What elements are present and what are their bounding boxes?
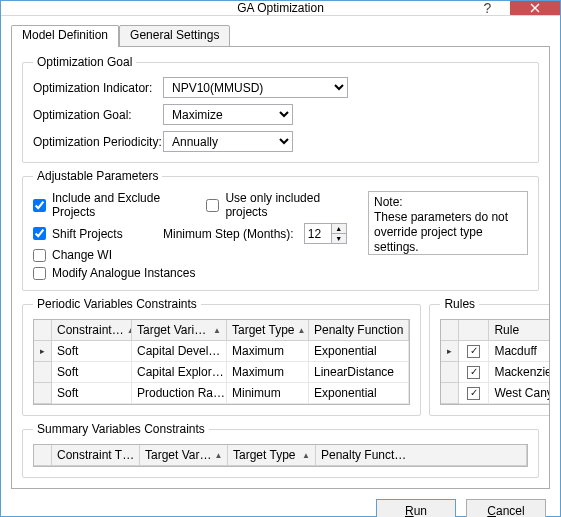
legend-svc: Summary Variables Constraints — [33, 422, 209, 436]
pvc-header-target-type[interactable]: Target Type▲ — [227, 320, 309, 341]
rules-corner — [441, 320, 459, 341]
checkbox-shift-projects[interactable]: Shift Projects — [33, 227, 153, 241]
svc-header-target-type[interactable]: Target Type▲ — [228, 445, 316, 466]
table-row[interactable]: SoftProduction Ra…MinimumExponential — [34, 383, 409, 404]
legend-pvc: Periodic Variables Constraints — [33, 297, 201, 311]
label-optimization-indicator: Optimization Indicator: — [33, 81, 163, 95]
table-row[interactable]: ▸✓Macduff — [441, 341, 550, 362]
cell-target-type[interactable]: Minimum — [227, 383, 309, 404]
group-periodic-variables-constraints: Periodic Variables Constraints Constrain… — [22, 297, 421, 416]
dialog-footer: Run Cancel — [11, 489, 550, 517]
grid-rules[interactable]: Rule▲ ▸✓Macduff✓Mackenzie✓West Canyon — [440, 319, 550, 405]
label-use-only-included: Use only included projects — [225, 191, 356, 219]
checkbox-change-wi[interactable]: Change WI — [33, 248, 112, 262]
table-row[interactable]: ✓West Canyon — [441, 383, 550, 404]
row-indicator — [441, 362, 459, 383]
note-box: Note: These parameters do not override p… — [368, 191, 528, 255]
group-rules: Rules Rule▲ ▸✓Macduff✓Mackenzie✓West Can… — [429, 297, 550, 416]
table-row[interactable]: SoftCapital Explor…MaximumLinearDistance — [34, 362, 409, 383]
select-optimization-indicator[interactable]: NPV10(MMUSD) — [163, 77, 348, 98]
sort-icon: ▲ — [213, 326, 221, 335]
row-indicator: ▸ — [441, 341, 459, 362]
table-row[interactable]: ▸SoftCapital Devel…MaximumExponential — [34, 341, 409, 362]
note-title: Note: — [374, 195, 522, 210]
label-change-wi: Change WI — [52, 248, 112, 262]
sort-icon: ▲ — [214, 451, 222, 460]
cell-constraint[interactable]: Soft — [52, 341, 132, 362]
check-icon: ✓ — [467, 345, 480, 358]
tab-model-definition[interactable]: Model Definition — [11, 25, 119, 47]
cell-constraint[interactable]: Soft — [52, 383, 132, 404]
cell-penalty[interactable]: LinearDistance — [309, 362, 409, 383]
label-modify-analogue: Modify Analogue Instances — [52, 266, 195, 280]
svc-header-constraint[interactable]: Constraint T…▲ — [52, 445, 140, 466]
pvc-corner — [34, 320, 52, 341]
cell-penalty[interactable]: Exponential — [309, 341, 409, 362]
row-indicator — [34, 362, 52, 383]
group-summary-variables-constraints: Summary Variables Constraints Constraint… — [22, 422, 539, 478]
rules-header-name[interactable]: Rule▲ — [489, 320, 550, 341]
cell-penalty[interactable]: Exponential — [309, 383, 409, 404]
checkbox-use-only-included[interactable]: Use only included projects — [206, 191, 356, 219]
row-indicator — [34, 383, 52, 404]
select-optimization-periodicity[interactable]: Annually — [163, 131, 293, 152]
checkbox-modify-analogue[interactable]: Modify Analogue Instances — [33, 266, 195, 280]
spin-down-icon[interactable]: ▼ — [332, 234, 346, 244]
cell-rule-name[interactable]: West Canyon — [489, 383, 550, 404]
cell-target-type[interactable]: Maximum — [227, 341, 309, 362]
check-icon: ✓ — [467, 387, 480, 400]
label-optimization-goal: Optimization Goal: — [33, 108, 163, 122]
spin-up-icon[interactable]: ▲ — [332, 224, 346, 234]
check-icon: ✓ — [467, 366, 480, 379]
svc-header-penalty[interactable]: Penalty Funct… — [316, 445, 527, 466]
tab-strip: Model Definition General Settings — [11, 24, 550, 46]
cell-constraint[interactable]: Soft — [52, 362, 132, 383]
svc-header-target-variable[interactable]: Target Var…▲ — [140, 445, 228, 466]
client-area: Model Definition General Settings Optimi… — [1, 16, 560, 517]
group-optimization-goal: Optimization Goal Optimization Indicator… — [22, 55, 539, 163]
input-minimum-step[interactable] — [305, 224, 331, 243]
legend-adjustable-parameters: Adjustable Parameters — [33, 169, 162, 183]
cell-target-variable[interactable]: Capital Explor… — [132, 362, 227, 383]
window: GA Optimization ? Model Definition Gener… — [0, 0, 561, 517]
rules-header-check[interactable] — [459, 320, 489, 341]
titlebar: GA Optimization ? — [1, 1, 560, 16]
grid-pvc[interactable]: Constraint…▲ Target Vari…▲ Target Type▲ … — [33, 319, 410, 405]
legend-rules: Rules — [440, 297, 479, 311]
label-minimum-step: Minimum Step (Months): — [163, 227, 294, 241]
spinner-minimum-step[interactable]: ▲ ▼ — [304, 223, 347, 244]
row-indicator: ▸ — [34, 341, 52, 362]
tab-page-model-definition: Optimization Goal Optimization Indicator… — [11, 46, 550, 489]
sort-icon: ▲ — [297, 326, 305, 335]
label-shift-projects: Shift Projects — [52, 227, 123, 241]
help-button[interactable]: ? — [465, 1, 510, 15]
cell-rule-check[interactable]: ✓ — [459, 362, 489, 383]
table-row[interactable]: ✓Mackenzie — [441, 362, 550, 383]
label-include-exclude: Include and Exclude Projects — [52, 191, 196, 219]
cell-rule-name[interactable]: Mackenzie — [489, 362, 550, 383]
pvc-header-penalty[interactable]: Penalty Function — [309, 320, 409, 341]
group-adjustable-parameters: Adjustable Parameters Include and Exclud… — [22, 169, 539, 291]
close-icon — [530, 3, 540, 13]
pvc-header-constraint[interactable]: Constraint…▲ — [52, 320, 132, 341]
close-button[interactable] — [510, 1, 560, 15]
grid-svc[interactable]: Constraint T…▲ Target Var…▲ Target Type▲… — [33, 444, 528, 467]
pvc-header-target-variable[interactable]: Target Vari…▲ — [132, 320, 227, 341]
svc-corner — [34, 445, 52, 466]
run-button[interactable]: Run — [376, 499, 456, 517]
checkbox-include-exclude[interactable]: Include and Exclude Projects — [33, 191, 196, 219]
legend-optimization-goal: Optimization Goal — [33, 55, 136, 69]
row-indicator — [441, 383, 459, 404]
tab-general-settings[interactable]: General Settings — [119, 25, 230, 47]
cell-target-variable[interactable]: Capital Devel… — [132, 341, 227, 362]
cell-target-variable[interactable]: Production Ra… — [132, 383, 227, 404]
cancel-button[interactable]: Cancel — [466, 499, 546, 517]
cell-target-type[interactable]: Maximum — [227, 362, 309, 383]
cell-rule-check[interactable]: ✓ — [459, 341, 489, 362]
cell-rule-name[interactable]: Macduff — [489, 341, 550, 362]
select-optimization-goal[interactable]: Maximize — [163, 104, 293, 125]
label-optimization-periodicity: Optimization Periodicity: — [33, 135, 163, 149]
sort-icon: ▲ — [302, 451, 310, 460]
cell-rule-check[interactable]: ✓ — [459, 383, 489, 404]
note-body: These parameters do not override project… — [374, 210, 522, 255]
